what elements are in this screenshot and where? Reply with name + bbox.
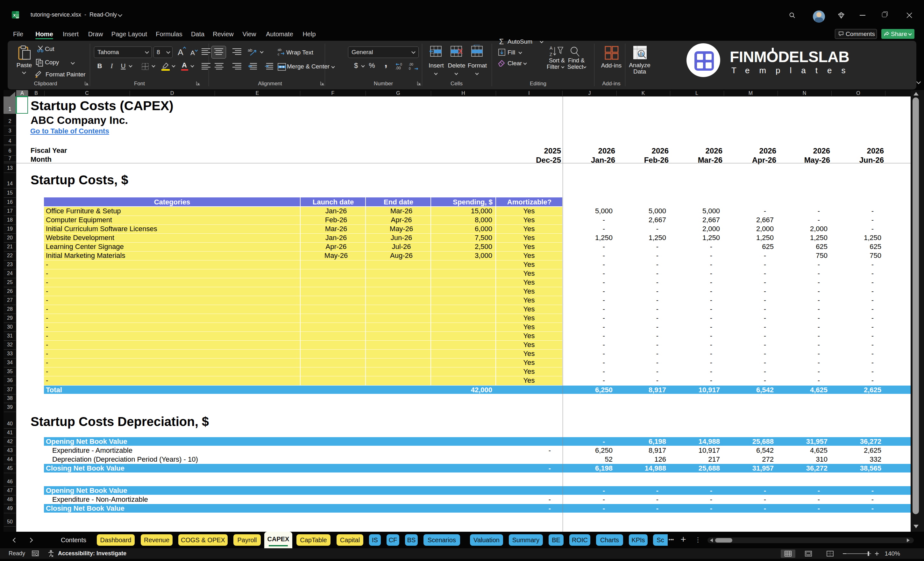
svg-text:.00: .00 (396, 66, 401, 70)
svg-text:Z: Z (549, 52, 552, 57)
svg-text:0: 0 (400, 63, 402, 66)
svg-text:c: c (278, 52, 279, 56)
svg-text:ab: ab (278, 48, 282, 52)
svg-text:ab: ab (248, 48, 252, 52)
svg-text:0: 0 (409, 67, 411, 70)
svg-text:.00: .00 (409, 63, 413, 66)
svg-text:A: A (549, 45, 553, 51)
